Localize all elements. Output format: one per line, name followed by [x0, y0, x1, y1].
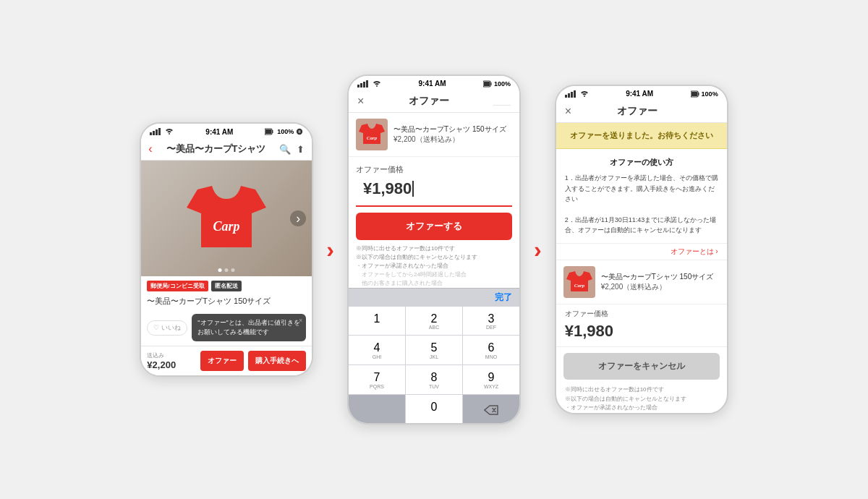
- image-dots: [218, 268, 235, 272]
- tooltip-close[interactable]: ×: [299, 316, 302, 325]
- signal-icon-2: [357, 80, 381, 88]
- battery-pct-3: 100%: [702, 90, 718, 98]
- offer-howto: オファーの使い方 1．出品者がオファーを承諾した場合、その価格で購入することがで…: [556, 149, 727, 244]
- svg-rect-1: [153, 131, 155, 135]
- svg-rect-19: [692, 92, 697, 96]
- svg-rect-3: [158, 128, 161, 135]
- buy-button[interactable]: 購入手続きへ: [248, 351, 306, 371]
- status-bar-2: 9:41 AM 100%: [349, 76, 519, 90]
- time-1: 9:41 AM: [205, 128, 233, 136]
- heart-icon: ♡: [153, 324, 159, 331]
- battery-area-1: 100%: [265, 128, 303, 135]
- svg-rect-7: [357, 85, 359, 88]
- offer-notes: ※同時に出せるオファー数は10件です ※以下の場合は自動的にキャンセルとなります…: [349, 244, 519, 288]
- product-row-2: Carp 〜美品〜カープTシャツ 150サイズ ¥2,200（送料込み）: [349, 113, 519, 157]
- svg-rect-0: [150, 132, 152, 135]
- done-button[interactable]: 完了: [495, 291, 512, 304]
- product-info-2: 〜美品〜カープTシャツ 150サイズ ¥2,200（送料込み）: [393, 124, 512, 145]
- cancel-offer-button[interactable]: オファーをキャンセル: [563, 353, 720, 380]
- offer-price-input[interactable]: ¥1,980: [356, 176, 512, 207]
- offer-link[interactable]: オファーとは ›: [556, 244, 727, 260]
- backspace-key[interactable]: [463, 395, 519, 424]
- like-button[interactable]: ♡ いいね: [147, 320, 187, 336]
- s3-note-3: ・オファーが承諾されなかった場合: [565, 404, 718, 413]
- svg-text:Carp: Carp: [574, 283, 584, 289]
- offer-sent-banner: オファーを送りました。お待ちください: [556, 123, 727, 149]
- nav-spacer-2: [493, 96, 511, 106]
- key-empty: [349, 395, 405, 424]
- battery-pct-1: 100%: [277, 128, 294, 135]
- offer-price-label: オファー価格: [349, 157, 519, 176]
- screen1-phone: 9:41 AM 100% ‹ 〜美品〜カープTシャツ 🔍 ⬆ Carp ›: [140, 122, 313, 376]
- key-9[interactable]: 9WXYZ: [463, 365, 519, 394]
- key-4[interactable]: 4GHI: [349, 336, 405, 364]
- note-3: ・オファーが承諾されなかった場合: [356, 262, 512, 270]
- howto-title: オファーの使い方: [565, 156, 718, 169]
- time-3: 9:41 AM: [626, 90, 653, 98]
- svg-rect-16: [571, 92, 573, 98]
- search-icon[interactable]: 🔍: [279, 144, 291, 155]
- offer-submit-button[interactable]: オファーする: [356, 213, 512, 240]
- arrow-1: ›: [326, 236, 334, 263]
- s3-note-2: ※以下の場合は自動的にキャンセルとなります: [565, 395, 718, 404]
- offer-label-3: オファー価格: [556, 304, 727, 320]
- tooltip-text: "オファー"とは、出品者に値引きをお願いしてみる機能です: [197, 319, 299, 336]
- badge-anon: 匿名配送: [211, 281, 242, 291]
- product-price-2: ¥2,200（送料込み）: [393, 135, 512, 145]
- like-label: いいね: [161, 323, 181, 333]
- note-2: ※以下の場合は自動的にキャンセルとなります: [356, 253, 512, 262]
- screen2-phone: 9:41 AM 100% × オファー Carp 〜美品〜カープTシャツ 150…: [347, 74, 521, 425]
- status-bar-3: 9:41 AM 100%: [556, 86, 727, 101]
- status-bar-1: 9:41 AM 100%: [141, 124, 312, 138]
- offer-tooltip: × "オファー"とは、出品者に値引きをお願いしてみる機能です: [192, 314, 306, 341]
- product-thumb-3: Carp: [563, 266, 595, 298]
- dot-1: [218, 268, 222, 272]
- key-8[interactable]: 8TUV: [406, 365, 462, 394]
- s3-note-1: ※同時に出せるオファー数は10件です: [565, 385, 718, 395]
- offer-button[interactable]: オファー: [200, 351, 244, 371]
- dot-3: [231, 268, 235, 272]
- cursor: [412, 181, 414, 197]
- arrow-2: ›: [534, 236, 542, 263]
- svg-rect-9: [363, 82, 365, 88]
- key-7[interactable]: 7PQRS: [349, 365, 405, 394]
- nav-icons-1: 🔍 ⬆: [279, 144, 305, 155]
- key-0[interactable]: 0: [406, 395, 462, 424]
- key-3[interactable]: 3DEF: [463, 307, 519, 336]
- product-title-1: 〜美品〜カープTシャツ 150サイズ: [141, 294, 312, 311]
- svg-rect-12: [484, 82, 490, 86]
- offer-link-text: オファーとは ›: [671, 247, 718, 257]
- price-label: 送込み: [147, 351, 196, 359]
- next-image-btn[interactable]: ›: [290, 210, 306, 226]
- howto-item-2: 2．出品者が11月30日11:43までに承諾しなかった場合、オファーは自動的にキ…: [565, 215, 718, 236]
- product-name-2: 〜美品〜カープTシャツ 150サイズ: [393, 124, 512, 135]
- keyboard-done-bar: 完了: [349, 288, 519, 307]
- battery-area-2: 100%: [483, 80, 511, 88]
- time-2: 9:41 AM: [418, 80, 446, 88]
- note-1: ※同時に出せるオファー数は10件です: [356, 244, 512, 253]
- key-6[interactable]: 6MNO: [463, 336, 519, 364]
- svg-rect-17: [574, 90, 576, 98]
- note-5: 他のお客さまに購入された場合: [356, 279, 512, 288]
- howto-item-1: 1．出品者がオファーを承諾した場合、その価格で購入することができます。購入手続き…: [565, 173, 718, 204]
- product-name-3: 〜美品〜カープTシャツ 150サイズ: [601, 272, 720, 282]
- key-1[interactable]: 1: [349, 307, 405, 336]
- battery-area-3: 100%: [691, 90, 718, 98]
- shipping-badges: 郵便局/コンビニ受取 匿名配送: [141, 276, 312, 294]
- svg-text:Carp: Carp: [213, 219, 240, 234]
- nav-bar-3: × オファー: [556, 101, 727, 123]
- close-button-3[interactable]: ×: [565, 105, 571, 118]
- key-5[interactable]: 5JKL: [406, 336, 462, 364]
- share-icon[interactable]: ⬆: [297, 144, 305, 155]
- price-value: ¥2,200: [147, 359, 196, 370]
- bottom-bar-1: 送込み ¥2,200 オファー 購入手続きへ: [141, 346, 312, 375]
- back-button[interactable]: ‹: [148, 142, 152, 155]
- svg-rect-8: [360, 83, 362, 88]
- dot-2: [225, 268, 229, 272]
- battery-pct-2: 100%: [494, 80, 511, 88]
- close-button-2[interactable]: ×: [357, 95, 364, 108]
- signal-icon-3: [565, 90, 589, 98]
- svg-text:Carp: Carp: [367, 135, 378, 141]
- note-4: オファーをしてから24時間経過した場合: [356, 270, 512, 279]
- key-2[interactable]: 2ABC: [406, 307, 462, 336]
